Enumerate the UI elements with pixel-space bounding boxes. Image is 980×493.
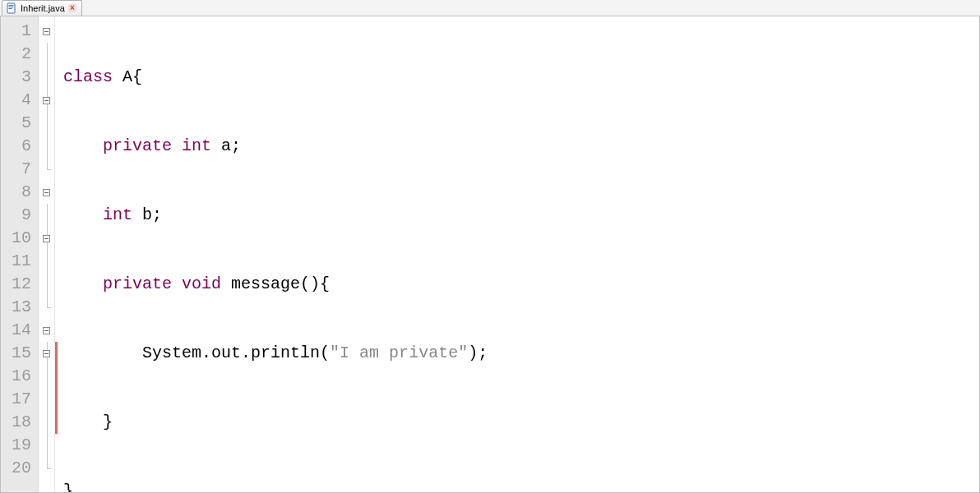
line-number: 20 xyxy=(1,457,31,480)
line-number: 11 xyxy=(1,250,31,273)
line-number: 12 xyxy=(1,273,31,296)
fold-toggle[interactable] xyxy=(39,227,54,250)
code-line[interactable]: private int a; xyxy=(63,135,979,158)
tab-bar: Inherit.java × xyxy=(0,0,980,16)
line-number: 2 xyxy=(1,43,31,66)
fold-toggle[interactable] xyxy=(39,20,54,43)
code-line[interactable]: class A{ xyxy=(63,66,979,89)
line-number: 5 xyxy=(1,112,31,135)
line-number: 4 xyxy=(1,89,31,112)
svg-rect-1 xyxy=(9,5,14,6)
line-number: 16 xyxy=(1,365,31,388)
line-number: 1 xyxy=(1,20,31,43)
line-number: 13 xyxy=(1,296,31,319)
fold-gutter xyxy=(39,16,55,492)
line-number: 14 xyxy=(1,319,31,342)
line-number: 17 xyxy=(1,388,31,411)
svg-rect-2 xyxy=(9,7,14,7)
code-line[interactable]: private void message(){ xyxy=(63,273,979,296)
line-number: 9 xyxy=(1,204,31,227)
change-marker xyxy=(55,342,58,365)
change-marker xyxy=(55,388,58,411)
file-tab[interactable]: Inherit.java × xyxy=(2,0,82,16)
file-tab-label: Inherit.java xyxy=(21,3,65,13)
code-line[interactable]: int b; xyxy=(63,204,979,227)
code-line[interactable]: System.out.println("I am private"); xyxy=(63,342,979,365)
line-number: 15 xyxy=(1,342,31,365)
fold-toggle[interactable] xyxy=(39,342,54,365)
line-number: 3 xyxy=(1,66,31,89)
close-icon[interactable]: × xyxy=(68,4,76,12)
change-marker xyxy=(55,365,58,388)
fold-toggle[interactable] xyxy=(39,89,54,112)
editor: 1 2 3 4 5 6 7 8 9 10 11 12 13 14 15 16 1… xyxy=(0,16,980,493)
code-line[interactable]: } xyxy=(63,480,979,492)
line-number: 7 xyxy=(1,158,31,181)
code-line[interactable]: } xyxy=(63,411,979,434)
line-number-gutter[interactable]: 1 2 3 4 5 6 7 8 9 10 11 12 13 14 15 16 1… xyxy=(1,16,39,492)
line-number: 6 xyxy=(1,135,31,158)
line-number: 19 xyxy=(1,434,31,457)
line-number: 10 xyxy=(1,227,31,250)
line-number: 8 xyxy=(1,181,31,204)
fold-toggle[interactable] xyxy=(39,181,54,204)
code-area[interactable]: class A{ private int a; int b; private v… xyxy=(58,16,979,492)
svg-rect-3 xyxy=(9,8,12,9)
fold-toggle[interactable] xyxy=(39,319,54,342)
java-file-icon xyxy=(6,2,17,14)
change-marker xyxy=(55,411,58,434)
line-number: 18 xyxy=(1,411,31,434)
